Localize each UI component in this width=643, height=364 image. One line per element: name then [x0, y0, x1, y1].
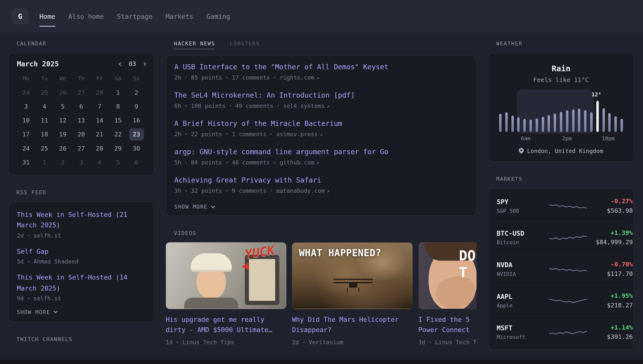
market-name: Apple — [496, 302, 549, 308]
calendar-day-number: 20 — [74, 128, 88, 140]
calendar-day[interactable]: 17 — [17, 128, 35, 140]
market-row-aapl[interactable]: AAPLApple+1.95%$218.27 — [496, 285, 625, 316]
videos-heading: VIDEOS — [174, 230, 476, 236]
calendar-day[interactable]: 4 — [35, 100, 54, 113]
news-tab-lobsters[interactable]: LOBSTERS — [230, 40, 260, 49]
market-symbol-group: NVDANVIDIA — [496, 261, 549, 277]
calendar-day[interactable]: 18 — [35, 128, 54, 140]
calendar-day[interactable]: 12 — [54, 114, 72, 126]
market-price: $563.98 — [587, 207, 633, 214]
sparkline-chart — [549, 294, 587, 308]
calendar-day[interactable]: 3 — [17, 100, 35, 113]
calendar-day-number: 8 — [111, 100, 125, 113]
calendar-day[interactable]: 29 — [109, 142, 127, 154]
story-domain-link[interactable]: sel4.systems↗ — [283, 102, 330, 109]
story-title-link[interactable]: Achieving Great Privacy with Safari — [174, 176, 468, 185]
calendar-day[interactable]: 21 — [90, 128, 109, 140]
story-title-link[interactable]: A Brief History of the Miracle Bacterium — [174, 119, 468, 128]
rss-item-link[interactable]: This Week in Self-Hosted (21 March 2025) — [17, 209, 146, 231]
calendar-day[interactable]: 10 — [17, 114, 35, 126]
calendar-day[interactable]: 2 — [127, 86, 146, 98]
news-story: A USB Interface to the "Mother of All De… — [174, 62, 468, 81]
nav-tab-gaming[interactable]: Gaming — [207, 0, 230, 33]
calendar-day[interactable]: 16 — [127, 114, 146, 126]
rss-show-more-button[interactable]: SHOW MORE — [17, 309, 146, 315]
calendar-day[interactable]: 13 — [72, 114, 90, 126]
story-domain-link[interactable]: righto.com↗ — [280, 74, 319, 81]
calendar-day[interactable]: 27 — [72, 142, 90, 154]
story-title-link[interactable]: The SeL4 Microkernel: An Introduction [p… — [174, 90, 468, 100]
calendar-day[interactable]: 11 — [35, 114, 54, 126]
nav-tab-also-home[interactable]: Also home — [68, 0, 104, 33]
story-domain-link[interactable]: matanabudy.com↗ — [276, 188, 330, 194]
market-row-nvda[interactable]: NVDANVIDIA-0.70%$117.70 — [496, 253, 625, 285]
calendar-day[interactable]: 15 — [109, 114, 127, 126]
calendar-day[interactable]: 28 — [90, 86, 109, 98]
calendar-weekday: Tu — [35, 74, 54, 85]
calendar-day[interactable]: 27 — [72, 86, 90, 98]
market-row-msft[interactable]: MSFTMicrosoft+1.14%$391.26 — [496, 316, 625, 348]
calendar-day[interactable]: 20 — [72, 128, 90, 140]
calendar-day[interactable]: 1 — [109, 86, 127, 98]
calendar-day[interactable]: 6 — [72, 100, 90, 113]
weather-location-label: London, United Kingdom — [527, 148, 603, 154]
bullet-separator: • — [225, 75, 229, 81]
calendar-day[interactable]: 1 — [35, 156, 54, 168]
nav-tab-markets[interactable]: Markets — [166, 0, 193, 33]
meta-part: 3h — [174, 188, 181, 194]
calendar-day[interactable]: 23 — [127, 128, 146, 140]
news-show-more-button[interactable]: SHOW MORE — [174, 204, 468, 210]
video-card[interactable]: DO TI Fixed the 5 Power Connect3d•Linus … — [418, 242, 477, 346]
logo[interactable]: G — [12, 8, 28, 24]
calendar-day[interactable]: 14 — [90, 114, 109, 126]
story-title-link[interactable]: A USB Interface to the "Mother of All De… — [174, 62, 468, 71]
video-title-link[interactable]: I Fixed the 5 Power Connect — [418, 315, 477, 335]
rss-item-link[interactable]: This Week in Self-Hosted (14 March 2025) — [17, 272, 146, 294]
calendar-day[interactable]: 8 — [109, 100, 127, 113]
calendar-day[interactable]: 4 — [90, 156, 109, 168]
calendar-day[interactable]: 26 — [54, 86, 72, 98]
calendar-day[interactable]: 26 — [54, 142, 72, 154]
calendar-day[interactable]: 28 — [90, 142, 109, 154]
calendar-day[interactable]: 9 — [127, 100, 146, 113]
market-row-spy[interactable]: SPYS&P 500-0.27%$563.98 — [496, 190, 625, 222]
video-card[interactable]: YUCKHis upgrade got me really dirty - AM… — [166, 242, 286, 346]
bullet-separator: • — [27, 296, 30, 302]
rss-card: This Week in Self-Hosted (21 March 2025)… — [8, 202, 154, 322]
chevron-left-icon[interactable] — [119, 62, 122, 66]
nav-tab-home[interactable]: Home — [39, 0, 55, 33]
story-domain-link[interactable]: github.com↗ — [280, 159, 319, 166]
external-link-icon: ↗ — [316, 75, 319, 81]
calendar-day[interactable]: 19 — [54, 128, 72, 140]
calendar-day[interactable]: 5 — [54, 100, 72, 113]
calendar-day[interactable]: 22 — [109, 128, 127, 140]
weather-bar — [608, 113, 611, 132]
news-tabs: HACKER NEWSLOBSTERS — [174, 40, 476, 49]
news-tab-hacker-news[interactable]: HACKER NEWS — [174, 40, 215, 49]
weather-bar — [499, 114, 502, 132]
video-title-link[interactable]: Why Did The Mars Helicopter Disappear? — [292, 315, 413, 335]
market-values: -0.70%$117.70 — [587, 260, 633, 278]
market-row-btc-usd[interactable]: BTC-USDBitcoin+1.39%$84,999.29 — [496, 222, 625, 253]
nav-tab-startpage[interactable]: Startpage — [117, 0, 153, 33]
calendar-day[interactable]: 25 — [35, 142, 54, 154]
video-title-link[interactable]: His upgrade got me really dirty - AMD $5… — [166, 315, 286, 335]
calendar-day[interactable]: 25 — [35, 86, 54, 98]
calendar-day[interactable]: 5 — [109, 156, 127, 168]
calendar-day[interactable]: 24 — [17, 86, 35, 98]
calendar-day[interactable]: 6 — [127, 156, 146, 168]
video-card[interactable]: WHAT HAPPENED?Why Did The Mars Helicopte… — [292, 242, 413, 346]
calendar-day[interactable]: 7 — [90, 100, 109, 113]
calendar-day[interactable]: 31 — [17, 156, 35, 168]
chevron-right-icon[interactable] — [143, 62, 146, 66]
calendar-day[interactable]: 2 — [54, 156, 72, 168]
rss-item-link[interactable]: Self Gap — [17, 246, 146, 257]
story-title-link[interactable]: argp: GNU-style command line argument pa… — [174, 147, 468, 156]
story-domain-link[interactable]: asimov.press↗ — [276, 131, 322, 137]
calendar-day[interactable]: 3 — [72, 156, 90, 168]
news-story: A Brief History of the Miracle Bacterium… — [174, 119, 468, 138]
weather-hourly-chart: 12° — [499, 91, 623, 132]
calendar-day[interactable]: 24 — [17, 142, 35, 154]
calendar-day[interactable]: 30 — [127, 142, 146, 154]
weather-bars — [499, 91, 623, 132]
